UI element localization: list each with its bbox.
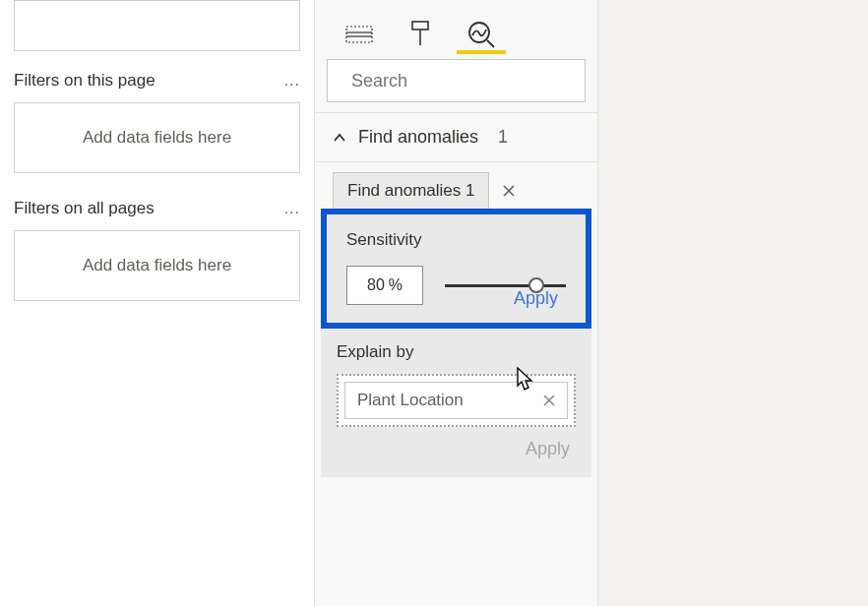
find-anomalies-accordion[interactable]: Find anomalies 1	[315, 112, 597, 162]
anomaly-tab-label: Find anomalies 1	[347, 181, 474, 200]
explain-apply-button[interactable]: Apply	[337, 439, 576, 459]
add-fields-page-dropzone[interactable]: Add data fields here	[14, 102, 300, 173]
filters-page-label: Filters on this page	[14, 71, 155, 91]
sensitivity-value: 80	[367, 276, 385, 294]
fields-tab-icon[interactable]	[344, 20, 374, 49]
accordion-title: Find anomalies	[358, 127, 478, 148]
anomaly-tab[interactable]: Find anomalies 1	[333, 172, 489, 209]
add-fields-all-text: Add data fields here	[83, 256, 231, 275]
explain-by-card: Explain by Plant Location Apply	[321, 329, 591, 477]
analytics-tab-icon[interactable]	[466, 20, 496, 49]
remove-field-icon[interactable]	[543, 394, 555, 406]
close-icon	[503, 185, 515, 197]
explain-field-name: Plant Location	[357, 391, 464, 410]
slider-track	[445, 284, 566, 287]
filters-pane: Filters on this page ... Add data fields…	[0, 0, 315, 606]
filter-dropzone-visual[interactable]	[14, 0, 300, 51]
add-fields-page-text: Add data fields here	[83, 128, 231, 148]
active-tab-underline	[457, 50, 506, 54]
chevron-up-icon	[333, 131, 346, 145]
accordion-count: 1	[498, 127, 508, 148]
svg-rect-0	[346, 27, 372, 42]
sensitivity-input[interactable]: 80 %	[346, 266, 423, 305]
filters-page-more-icon[interactable]: ...	[284, 72, 300, 90]
filters-all-header: Filters on all pages ...	[14, 199, 300, 218]
search-input[interactable]	[351, 71, 580, 91]
filters-all-label: Filters on all pages	[14, 199, 155, 218]
filters-all-more-icon[interactable]: ...	[284, 200, 300, 217]
sensitivity-unit: %	[389, 276, 403, 294]
sensitivity-label: Sensitivity	[346, 230, 566, 250]
filters-page-header: Filters on this page ...	[14, 71, 300, 91]
search-box[interactable]	[327, 59, 586, 102]
sensitivity-card: Sensitivity 80 % Apply	[321, 209, 591, 329]
svg-rect-3	[412, 22, 428, 30]
panel-tabs	[315, 0, 597, 49]
explain-apply-label: Apply	[526, 439, 570, 458]
anomaly-tab-close[interactable]	[489, 172, 528, 209]
sensitivity-apply-button[interactable]: Apply	[514, 288, 558, 309]
explain-field-chip[interactable]: Plant Location	[344, 382, 568, 419]
anomaly-tab-row: Find anomalies 1	[315, 172, 597, 209]
visualizations-panel: Find anomalies 1 Find anomalies 1 Sensit…	[315, 0, 598, 606]
add-fields-all-dropzone[interactable]: Add data fields here	[14, 230, 300, 301]
explain-by-label: Explain by	[337, 342, 576, 362]
svg-line-6	[487, 40, 494, 47]
format-tab-icon[interactable]	[405, 20, 435, 49]
explain-field-dropzone[interactable]: Plant Location	[337, 374, 576, 427]
search-container	[327, 59, 586, 102]
sensitivity-apply-label: Apply	[514, 288, 558, 308]
canvas-area	[598, 0, 868, 606]
